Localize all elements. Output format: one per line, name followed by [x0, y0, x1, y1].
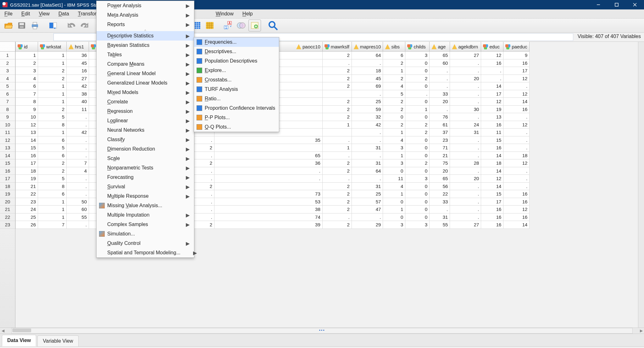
- cell[interactable]: 2: [405, 75, 430, 82]
- descriptive-statistics-submenu[interactable]: Frequencies...Descriptives...Population …: [194, 37, 279, 132]
- cell[interactable]: .: [214, 175, 323, 183]
- cell[interactable]: 4: [383, 136, 405, 144]
- cell[interactable]: .: [450, 136, 481, 144]
- row-number[interactable]: 7: [0, 98, 15, 106]
- menu-item-compare-means[interactable]: Compare Means▶: [97, 59, 194, 69]
- menu-file[interactable]: File: [0, 9, 17, 18]
- cell[interactable]: 4: [67, 167, 89, 175]
- cell[interactable]: .: [450, 144, 481, 152]
- cell[interactable]: 2: [16, 59, 38, 67]
- venn-icon[interactable]: [235, 20, 247, 31]
- cell[interactable]: .: [450, 213, 481, 221]
- cell[interactable]: 18: [352, 67, 383, 75]
- cell[interactable]: 1: [38, 52, 67, 59]
- add-variable-icon[interactable]: [248, 19, 261, 31]
- cell[interactable]: 2: [322, 159, 352, 167]
- cell[interactable]: 6: [383, 52, 405, 59]
- cell[interactable]: 19: [481, 105, 503, 113]
- cell[interactable]: 12: [481, 175, 503, 183]
- cell[interactable]: 16: [503, 198, 530, 206]
- cell[interactable]: 25: [16, 213, 38, 221]
- cell[interactable]: 4: [16, 75, 38, 82]
- cell[interactable]: 2: [322, 98, 352, 106]
- cell[interactable]: 14: [503, 221, 530, 229]
- column-header-childs[interactable]: childs: [405, 42, 430, 52]
- cell[interactable]: 23: [430, 136, 450, 144]
- cell[interactable]: 1: [38, 213, 67, 221]
- cell[interactable]: 14: [16, 136, 38, 144]
- cell[interactable]: 12: [503, 121, 530, 129]
- cell[interactable]: 2: [38, 105, 67, 113]
- cell[interactable]: 32: [352, 113, 383, 121]
- menu-edit[interactable]: Edit: [17, 9, 35, 18]
- minimize-button[interactable]: [589, 0, 608, 9]
- menu-item-generalized-linear-models[interactable]: Generalized Linear Models▶: [97, 78, 194, 88]
- table-row[interactable]: 218.22314056.14.: [16, 182, 530, 190]
- find-icon[interactable]: [267, 20, 279, 31]
- cell[interactable]: .: [430, 67, 450, 75]
- cell[interactable]: 21: [16, 182, 38, 190]
- cell[interactable]: .: [450, 167, 481, 175]
- cell[interactable]: .: [67, 221, 89, 229]
- cell[interactable]: 0: [405, 67, 430, 75]
- menu-item-power-analysis[interactable]: Power Analysis▶: [97, 1, 194, 10]
- cell[interactable]: 1: [383, 129, 405, 136]
- row-number[interactable]: 4: [0, 75, 15, 83]
- cell[interactable]: .: [322, 213, 352, 221]
- cell[interactable]: 12: [503, 206, 530, 213]
- cell[interactable]: 33: [430, 90, 450, 98]
- cell[interactable]: 55: [67, 213, 89, 221]
- cell[interactable]: 13: [16, 129, 38, 136]
- menu-item-mixed-models[interactable]: Mixed Models▶: [97, 88, 194, 97]
- cell[interactable]: 36: [67, 52, 89, 59]
- cell[interactable]: 16: [503, 105, 530, 113]
- cell[interactable]: .: [481, 67, 503, 75]
- column-header-hrs1[interactable]: hrs1: [67, 42, 89, 52]
- cell[interactable]: .: [450, 182, 481, 190]
- scroll-thumb[interactable]: [12, 329, 31, 332]
- cell[interactable]: 17: [503, 67, 530, 75]
- cell[interactable]: 5: [383, 90, 405, 98]
- cell[interactable]: .: [67, 182, 89, 190]
- cell[interactable]: .: [352, 129, 383, 136]
- cell[interactable]: .: [503, 144, 530, 152]
- cell[interactable]: [322, 90, 352, 98]
- cell[interactable]: 3: [405, 221, 430, 229]
- row-number[interactable]: 14: [0, 152, 15, 160]
- cell[interactable]: 31: [352, 159, 383, 167]
- cell[interactable]: 2: [322, 67, 352, 75]
- cell[interactable]: 0: [405, 82, 430, 90]
- menu-item-classify[interactable]: Classify▶: [97, 135, 194, 144]
- cell[interactable]: 20: [450, 75, 481, 82]
- scroll-right-icon[interactable]: ▶: [638, 328, 644, 334]
- cell[interactable]: 7: [16, 90, 38, 98]
- cell[interactable]: 2: [322, 113, 352, 121]
- cell[interactable]: 0: [405, 198, 430, 206]
- cell[interactable]: .: [352, 136, 383, 144]
- cell[interactable]: 16: [67, 67, 89, 75]
- cell[interactable]: 0: [405, 152, 430, 159]
- menu-item-neural-networks[interactable]: Neural Networks▶: [97, 125, 194, 135]
- cell[interactable]: .: [67, 190, 89, 198]
- cell[interactable]: 1: [38, 59, 67, 67]
- row-number[interactable]: 20: [0, 198, 15, 206]
- cell[interactable]: .: [430, 105, 450, 113]
- cell[interactable]: 16: [503, 213, 530, 221]
- cell[interactable]: 0: [405, 136, 430, 144]
- row-number[interactable]: 12: [0, 136, 15, 144]
- menu-item-quality-control[interactable]: Quality Control▶: [97, 239, 194, 248]
- cell[interactable]: .: [352, 152, 383, 159]
- row-number[interactable]: 15: [0, 159, 15, 167]
- cell[interactable]: 2: [383, 98, 405, 106]
- cell[interactable]: .: [450, 90, 481, 98]
- cell[interactable]: 2: [38, 67, 67, 75]
- submenu-item-proportion-confidence-intervals[interactable]: Proportion Confidence Intervals: [194, 103, 279, 113]
- horizontal-scrollbar[interactable]: ◀ ▶ ▪▪▪: [0, 328, 644, 334]
- undo-icon[interactable]: [65, 20, 77, 31]
- cell[interactable]: 18: [503, 152, 530, 159]
- cell[interactable]: 2: [383, 75, 405, 82]
- tab-data-view[interactable]: Data View: [2, 335, 36, 346]
- row-number[interactable]: 13: [0, 144, 15, 152]
- cell[interactable]: 5: [38, 144, 67, 152]
- row-number[interactable]: 5: [0, 82, 15, 90]
